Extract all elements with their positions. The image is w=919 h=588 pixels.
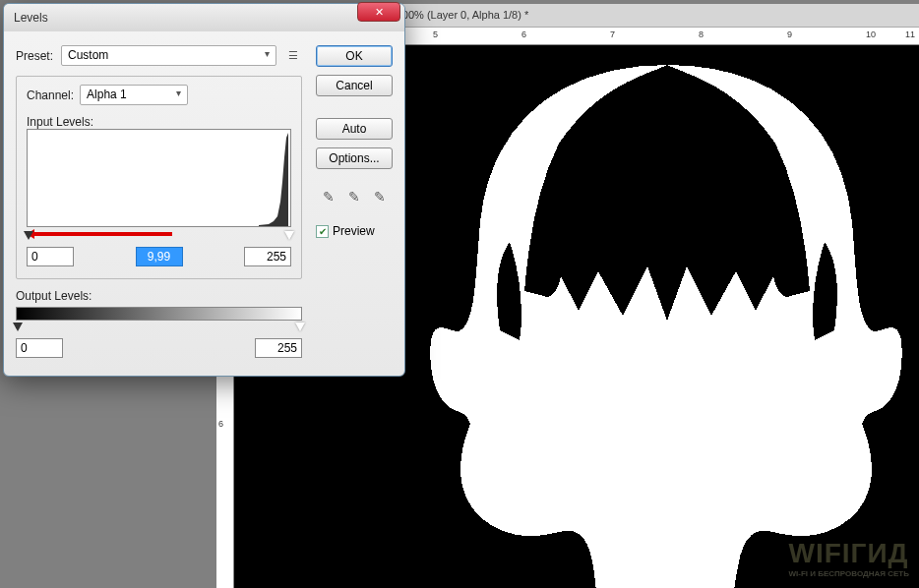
output-slider-track[interactable] [16,323,302,334]
preview-checkbox[interactable]: ✔ [316,225,329,238]
preset-menu-icon[interactable]: ☰ [284,47,302,65]
close-button[interactable]: ✕ [357,2,400,22]
output-black-handle[interactable] [13,323,23,332]
eyedropper-gray-icon[interactable]: ✎ [344,187,364,206]
channel-combo[interactable]: Alpha 1 [80,85,188,105]
channel-label: Channel: [27,88,74,102]
preview-label: Preview [333,224,375,238]
output-white-handle[interactable] [295,323,305,332]
levels-dialog: Levels ✕ Preset: Custom ☰ Channel: Alpha… [3,3,405,377]
output-black-field[interactable] [16,338,63,358]
ok-button[interactable]: OK [316,45,393,67]
cancel-button[interactable]: Cancel [316,75,393,96]
input-white-field[interactable] [244,247,291,266]
watermark: WIFIГИД WI-FI И БЕСПРОВОДНАЯ СЕТЬ [789,538,909,578]
close-icon: ✕ [375,6,384,19]
channel-fieldset: Channel: Alpha 1 Input Levels: [16,76,302,279]
input-slider-track[interactable] [27,231,291,243]
dialog-titlebar[interactable]: Levels ✕ [4,4,404,31]
input-white-handle[interactable] [284,231,294,241]
input-black-field[interactable] [27,247,74,266]
auto-button[interactable]: Auto [316,118,393,140]
eyedropper-white-icon[interactable]: ✎ [370,187,390,206]
preset-combo[interactable]: Custom [61,45,276,66]
eyedropper-black-icon[interactable]: ✎ [319,187,338,206]
output-gradient [16,307,302,321]
alpha-mask-silhouette [421,35,913,588]
output-white-field[interactable] [255,338,302,358]
input-gamma-field[interactable] [136,247,183,266]
annotation-arrow [34,232,172,236]
preset-label: Preset: [16,49,53,63]
histogram [27,129,291,227]
dialog-title: Levels [10,11,398,25]
options-button[interactable]: Options... [316,147,393,169]
input-levels-label: Input Levels: [27,115,291,129]
input-black-handle[interactable] [24,231,33,241]
output-levels-label: Output Levels: [16,289,302,303]
